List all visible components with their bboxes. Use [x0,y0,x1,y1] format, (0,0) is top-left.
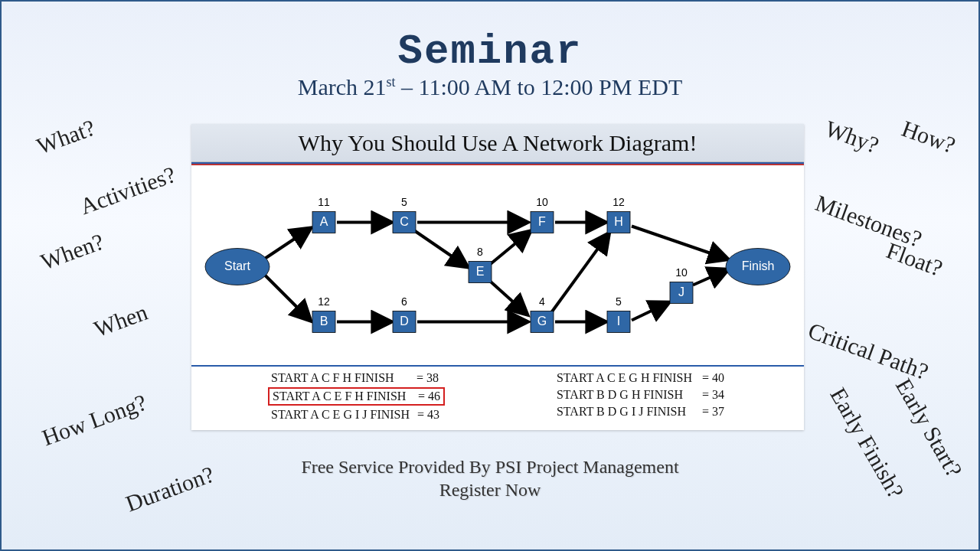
svg-text:10: 10 [536,196,548,208]
svg-text:C: C [400,215,409,228]
svg-text:5: 5 [616,295,622,308]
svg-text:6: 6 [401,295,407,308]
path-entry-critical: START A C E F H FINISH= 46 [268,387,445,406]
word-activities: Activities? [77,161,179,220]
svg-text:E: E [476,265,485,278]
diagram-panel: Why You Should Use A Network Diagram! [191,124,804,430]
svg-text:8: 8 [477,246,483,258]
word-when: When [90,299,151,342]
svg-text:I: I [617,315,620,328]
svg-text:B: B [320,315,328,328]
svg-line-14 [693,270,727,285]
svg-line-0 [264,229,310,259]
path-entry: START B D G I J FINISH= 37 [554,404,727,419]
path-entry: START B D G H FINISH= 34 [554,387,727,403]
date-prefix: March 21 [298,74,387,99]
footer-line-2: Register Now [2,480,978,500]
word-why: Why? [822,116,882,158]
seminar-datetime: March 21st – 11:00 AM to 12:00 PM EDT [2,74,978,100]
diagram-graph: Start Finish A 11 C 5 F 10 H [191,162,804,367]
footer-line-1: Free Service Provided By PSI Project Man… [2,457,978,478]
svg-line-10 [551,234,609,313]
svg-line-7 [488,280,527,315]
seminar-title: Seminar [2,28,978,75]
svg-text:D: D [400,315,409,328]
svg-text:12: 12 [612,196,625,208]
svg-text:H: H [614,215,623,228]
slide: Seminar March 21st – 11:00 AM to 12:00 P… [0,0,980,551]
svg-line-5 [413,230,467,267]
path-entry: START A C E G H FINISH= 40 [554,370,727,386]
svg-text:Finish: Finish [742,259,775,272]
svg-text:11: 11 [318,196,330,208]
svg-text:J: J [678,285,684,298]
svg-text:F: F [538,215,546,228]
word-what: What? [34,115,99,160]
date-rest: – 11:00 AM to 12:00 PM EDT [396,74,683,99]
svg-line-12 [632,303,668,321]
svg-text:Start: Start [224,259,250,272]
svg-text:A: A [320,215,328,228]
date-ordinal: st [387,74,396,90]
svg-text:5: 5 [401,196,407,208]
svg-line-13 [632,227,727,259]
svg-text:4: 4 [539,295,545,308]
diagram-title: Why You Should Use A Network Diagram! [191,124,804,162]
path-col-right: START A C E G H FINISH= 40 START B D G H… [554,370,727,422]
svg-text:12: 12 [318,295,330,308]
svg-text:G: G [537,315,547,328]
path-entry: START A C F H FINISH= 38 [268,370,445,386]
svg-line-1 [264,275,310,321]
path-entry: START A C E G I J FINISH= 43 [268,407,445,422]
word-when-q: When? [38,228,107,275]
word-how: How? [898,116,959,158]
word-howlong: How Long? [38,390,150,452]
svg-line-6 [490,232,530,265]
svg-text:10: 10 [675,266,688,279]
path-list: START A C F H FINISH= 38 START A C E F H… [191,367,804,430]
path-col-left: START A C F H FINISH= 38 START A C E F H… [268,370,445,422]
